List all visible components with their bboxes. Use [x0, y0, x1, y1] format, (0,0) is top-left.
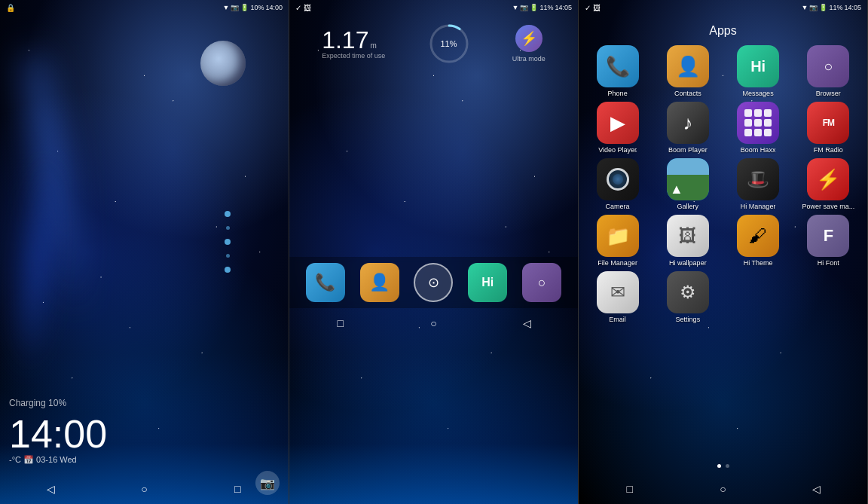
app-fm-radio[interactable]: FM FM Radio: [796, 102, 861, 154]
ultra-icon: ⚡: [515, 25, 542, 52]
hi-theme-icon: 🖌: [737, 215, 779, 257]
apps-page-dots: [585, 461, 861, 471]
settings2-label: Settings: [676, 316, 701, 323]
apps-nav-back[interactable]: ◁: [805, 478, 827, 499]
home-nav-circle[interactable]: ○: [423, 313, 444, 334]
battery-percent-circle: 11%: [426, 21, 472, 66]
camera-apps-icon: [597, 158, 639, 200]
home-sim: 📷: [520, 4, 528, 11]
app-gallery-apps[interactable]: ▲ Gallery: [655, 158, 720, 210]
hi-wallpaper-label: Hi wallpaper: [669, 259, 707, 267]
apps-dot-2: [726, 464, 729, 468]
apps-screen-panel: ✓ 🖼 ▼ 📷 🔋 11% 14:05 Apps 📞 Phone 👤: [579, 0, 868, 504]
boom-player-apps-icon: ♪: [667, 102, 709, 144]
apps-nav-square[interactable]: □: [619, 478, 640, 499]
browser-app-label: Browser: [816, 90, 841, 97]
ultra-mode-widget[interactable]: ⚡ Ultra mode: [512, 25, 546, 63]
dock-hi[interactable]: Hi: [468, 263, 507, 302]
apps-gallery-icon: 🖼: [593, 4, 601, 12]
hi-manager-label: Hi Manager: [741, 203, 776, 210]
fm-radio-icon: FM: [807, 102, 849, 144]
app-messages[interactable]: Hi Messages: [726, 45, 791, 97]
power-save-label: Power save ma...: [802, 203, 855, 210]
app-video-player[interactable]: ▶ Video Player: [585, 102, 650, 154]
battery-time-display: 1.17 m Expected time of use: [322, 28, 385, 60]
battery-time-big: 1.17: [322, 28, 368, 52]
home-time: 14:05: [555, 4, 572, 11]
dock-phone[interactable]: 📞: [306, 263, 345, 302]
hi-font-icon: F: [807, 215, 849, 257]
app-hi-manager[interactable]: 🎩 Hi Manager: [726, 158, 791, 210]
home-signal2: ▼: [512, 4, 519, 11]
app-hi-theme[interactable]: 🖌 Hi Theme: [726, 215, 791, 267]
battery-widget: 1.17 m Expected time of use 11% ⚡ Ultra …: [289, 15, 578, 72]
apps-title: Apps: [585, 18, 861, 42]
home-screen-panel: ✓ 🖼 ▼ 📷 🔋 11% 14:05 1.17 m Expected time…: [289, 0, 579, 504]
hi-manager-icon: 🎩: [737, 158, 779, 200]
battery-icon: 🔋: [240, 4, 249, 11]
settings2-icon: ⚙: [667, 271, 709, 313]
file-manager-label: File Manager: [598, 259, 637, 267]
apps-sim: 📷: [809, 4, 818, 11]
apps-time: 14:05: [844, 4, 861, 11]
file-manager-icon: 📁: [597, 215, 639, 257]
lock-icon: 🔒: [6, 4, 15, 12]
charging-text: Charging 10%: [9, 398, 280, 408]
home-nav-square[interactable]: □: [330, 313, 351, 334]
sim-icon: 📷: [231, 4, 239, 11]
status-time: 14:00: [265, 4, 283, 11]
home-signal-icon: ✓: [295, 4, 301, 12]
dock-browser[interactable]: ○: [522, 263, 561, 302]
lock-screen-panel: 🔒 ▼ 📷 🔋 10% 14:00 Charging 10% 14:00 -°C…: [0, 0, 289, 504]
app-camera-apps[interactable]: Camera: [585, 158, 650, 210]
app-browser[interactable]: ○ Browser: [796, 45, 861, 97]
apps-check-icon: ✓: [585, 4, 591, 12]
app-email2[interactable]: ✉ Email: [585, 271, 650, 323]
app-settings2[interactable]: ⚙ Settings: [655, 271, 720, 323]
home-nav-bar: □ ○ ◁: [289, 308, 578, 338]
phone-app-label: Phone: [608, 90, 628, 97]
boom-haxx-apps-icon: [737, 102, 779, 144]
fm-radio-label: FM Radio: [814, 146, 843, 154]
ultra-mode-label: Ultra mode: [512, 55, 546, 63]
browser-app-icon: ○: [807, 45, 849, 87]
apps-grid: 📞 Phone 👤 Contacts Hi Messages ○: [585, 42, 861, 326]
phone-app-icon: 📞: [597, 45, 639, 87]
home-status-bar: ✓ 🖼 ▼ 📷 🔋 11% 14:05: [289, 0, 578, 15]
nav-recents-button[interactable]: □: [227, 478, 248, 499]
nav-back-button[interactable]: ◁: [41, 478, 62, 499]
messages-app-icon: Hi: [737, 45, 779, 87]
messages-app-label: Messages: [743, 90, 774, 97]
app-hi-font[interactable]: F Hi Font: [796, 215, 861, 267]
app-boom-player-apps[interactable]: ♪ Boom Player: [655, 102, 720, 154]
email2-label: Email: [609, 316, 626, 323]
gallery-apps-label: Gallery: [677, 203, 699, 210]
hi-font-label: Hi Font: [818, 259, 839, 267]
app-boom-haxx-apps[interactable]: Boom Haxx: [726, 102, 791, 154]
apps-content: Apps 📞 Phone 👤 Contacts Hi Messages: [579, 15, 867, 474]
home-nav-back[interactable]: ◁: [516, 313, 537, 334]
app-contacts[interactable]: 👤 Contacts: [655, 45, 720, 97]
nav-home-button[interactable]: ○: [133, 478, 154, 499]
dock-contacts[interactable]: 👤: [360, 263, 399, 302]
apps-battery-pct: 11%: [829, 4, 842, 11]
camera-apps-label: Camera: [606, 203, 630, 210]
video-player-icon: ▶: [597, 102, 639, 144]
lock-date: -°C 📅 03-16 Wed: [9, 455, 280, 465]
home-dock: 📞 👤 ⊙ Hi ○: [289, 257, 578, 308]
gallery-apps-icon: ▲: [667, 158, 709, 200]
contacts-app-label: Contacts: [674, 90, 701, 97]
app-hi-wallpaper[interactable]: 🖼 Hi wallpaper: [655, 215, 720, 267]
app-file-manager[interactable]: 📁 File Manager: [585, 215, 650, 267]
lock-nav-bar: ◁ ○ □: [0, 474, 289, 504]
apps-battery-icon: 🔋: [819, 4, 827, 11]
apps-nav-circle[interactable]: ○: [712, 478, 733, 499]
dock-dialpad[interactable]: ⊙: [414, 263, 453, 302]
battery-time-unit: m: [370, 41, 376, 50]
hi-wallpaper-icon: 🖼: [667, 215, 709, 257]
boom-haxx-apps-label: Boom Haxx: [741, 146, 776, 154]
contacts-app-icon: 👤: [667, 45, 709, 87]
app-power-save[interactable]: ⚡ Power save ma...: [796, 158, 861, 210]
lock-time-display: 14:00: [9, 414, 107, 454]
app-phone[interactable]: 📞 Phone: [585, 45, 650, 97]
